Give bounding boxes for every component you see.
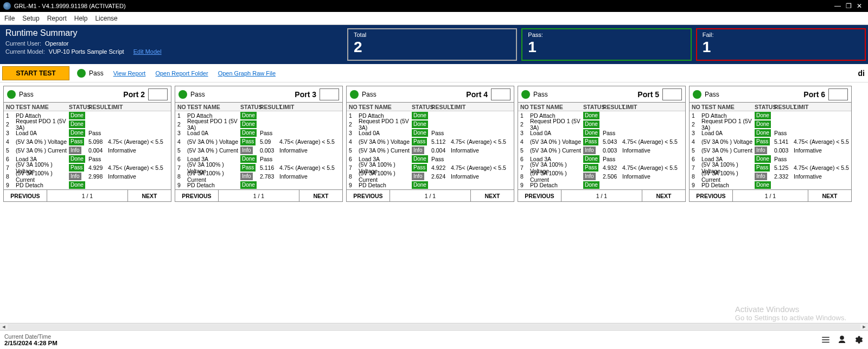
table-row[interactable]: 4(5V 3A 0% ) VoltagePass5.094.75< (Avera… [175, 137, 342, 146]
table-row[interactable]: 2Request PDO 1 (5V 3A)Done [690, 120, 851, 129]
fail-label: Fail: [703, 31, 859, 38]
table-row[interactable]: 5(5V 3A 0% ) CurrentInfo0.003Informative [175, 146, 342, 155]
table-row[interactable]: 8(5V 3A 100% ) CurrentInfo2.332Informati… [690, 172, 851, 181]
scroll-track[interactable] [8, 324, 860, 329]
table-row[interactable]: 3Load 0ADonePass [518, 129, 685, 137]
scroll-left-icon[interactable]: ◄ [0, 324, 8, 329]
port-input-box[interactable] [828, 88, 848, 100]
current-model-label: Current Model: [5, 48, 45, 55]
port-title: Port 3 [295, 90, 316, 99]
port-footer: PREVIOUS1 / 1NEXT [518, 189, 685, 201]
row-no: 3 [5, 130, 15, 136]
open-graph-raw-link[interactable]: Open Graph Raw File [218, 70, 276, 77]
table-row[interactable]: 9PD DetachDone [4, 181, 171, 189]
menu-license[interactable]: License [95, 15, 117, 22]
row-limit: Informative [450, 173, 513, 180]
port-header: PassPort 2 [4, 86, 171, 103]
table-row[interactable]: 9PD DetachDone [347, 181, 514, 189]
maximize-button[interactable]: ❐ [843, 2, 854, 10]
row-limit: Informative [107, 147, 170, 154]
row-test-name: (5V 3A 0% ) Voltage [186, 138, 240, 145]
total-value: 2 [354, 39, 510, 56]
port-card: PassPort 2NOTEST NAMESTATUSRESULTLIMIT1P… [3, 86, 171, 202]
next-button[interactable]: NEXT [808, 190, 851, 201]
menu-report[interactable]: Report [47, 15, 67, 22]
row-test-name: (5V 3A 0% ) Voltage [15, 138, 69, 145]
table-row[interactable]: 4(5V 3A 0% ) VoltagePass5.0984.75< (Aver… [4, 137, 171, 146]
ports-area: PassPort 2NOTEST NAMESTATUSRESULTLIMIT1P… [0, 83, 868, 323]
next-button[interactable]: NEXT [642, 190, 685, 201]
summary-left: Runtime Summary Current User: Operator C… [0, 25, 345, 64]
port-title: Port 4 [466, 90, 488, 99]
list-icon[interactable] [820, 334, 831, 345]
row-status: Done [583, 155, 602, 163]
table-row[interactable]: 8(5V 3A 100% ) CurrentInfo2.998Informati… [4, 172, 171, 181]
port-footer: PREVIOUS1 / 1NEXT [175, 189, 342, 201]
table-row[interactable]: 5(5V 3A 0% ) CurrentInfo0.004Informative [4, 146, 171, 155]
table-row[interactable]: 8(5V 3A 100% ) CurrentInfo2.624Informati… [347, 172, 514, 181]
row-status: Info [412, 173, 430, 180]
port-title: Port 5 [637, 90, 659, 99]
menu-setup[interactable]: Setup [22, 15, 39, 22]
open-report-folder-link[interactable]: Open Report Folder [155, 70, 208, 77]
minimize-button[interactable]: — [832, 2, 843, 10]
table-row[interactable]: 2Request PDO 1 (5V 3A)Done [175, 120, 342, 129]
port-status-dot-icon [693, 90, 701, 99]
port-input-box[interactable] [662, 88, 682, 100]
horizontal-scrollbar[interactable]: ◄ ► [0, 323, 868, 331]
view-report-link[interactable]: View Report [113, 70, 146, 77]
row-result: 5.116 [259, 164, 278, 171]
row-status: Info [412, 147, 430, 154]
overall-status-text: Pass [89, 69, 104, 77]
next-button[interactable]: NEXT [299, 190, 342, 201]
table-row[interactable]: 8(5V 3A 100% ) CurrentInfo2.506Informati… [518, 172, 685, 181]
table-row[interactable]: 4(5V 3A 0% ) VoltagePass5.1124.75< (Aver… [347, 137, 514, 146]
port-input-box[interactable] [320, 88, 339, 100]
table-row[interactable]: 3Load 0ADonePass [175, 129, 342, 137]
table-row[interactable]: 2Request PDO 1 (5V 3A)Done [347, 120, 514, 129]
table-row[interactable]: 3Load 0ADonePass [4, 129, 171, 137]
table-row[interactable]: 4(5V 3A 0% ) VoltagePass5.1414.75< (Aver… [690, 137, 851, 146]
port-input-box[interactable] [148, 88, 168, 100]
table-row[interactable]: 9PD DetachDone [518, 181, 685, 189]
row-result: 4.922 [430, 164, 450, 171]
row-status: Pass [583, 138, 602, 145]
table-row[interactable]: 9PD DetachDone [690, 181, 851, 189]
table-row[interactable]: 5(5V 3A 0% ) CurrentInfo0.003Informative [518, 146, 685, 155]
row-no: 9 [519, 182, 529, 188]
row-status: Pass [412, 164, 430, 172]
row-limit: Informative [278, 147, 341, 154]
prev-button[interactable]: PREVIOUS [518, 190, 561, 201]
prev-button[interactable]: PREVIOUS [347, 190, 390, 201]
table-row[interactable]: 9PD DetachDone [175, 181, 342, 189]
row-status: Pass [755, 138, 773, 145]
row-no: 1 [519, 112, 529, 119]
pass-value: 1 [528, 39, 685, 56]
scroll-right-icon[interactable]: ► [860, 324, 868, 329]
row-result: 0.004 [87, 147, 107, 154]
row-limit: Informative [107, 173, 170, 180]
user-icon[interactable] [837, 334, 847, 345]
menu-file[interactable]: File [4, 15, 15, 22]
prev-button[interactable]: PREVIOUS [175, 190, 219, 201]
next-button[interactable]: NEXT [127, 190, 171, 201]
table-row[interactable]: 8(5V 3A 100% ) CurrentInfo2.783Informati… [175, 172, 342, 181]
gear-icon[interactable] [853, 334, 864, 345]
table-row[interactable]: 3Load 0ADonePass [347, 129, 514, 137]
start-test-button[interactable]: START TEST [2, 66, 69, 80]
table-row[interactable]: 4(5V 3A 0% ) VoltagePass5.0434.75< (Aver… [518, 137, 685, 146]
table-row[interactable]: 3Load 0ADonePass [690, 129, 851, 137]
port-input-box[interactable] [491, 88, 510, 100]
port-pf-text: Pass [533, 91, 548, 98]
prev-button[interactable]: PREVIOUS [4, 190, 47, 201]
prev-button[interactable]: PREVIOUS [690, 190, 733, 201]
menu-help[interactable]: Help [74, 15, 88, 22]
edit-model-link[interactable]: Edit Model [133, 48, 162, 55]
table-row[interactable]: 2Request PDO 1 (5V 3A)Done [518, 120, 685, 129]
next-button[interactable]: NEXT [470, 190, 514, 201]
table-row[interactable]: 5(5V 3A 0% ) CurrentInfo0.003Informative [690, 146, 851, 155]
close-button[interactable]: ✕ [854, 2, 865, 10]
table-row[interactable]: 5(5V 3A 0% ) CurrentInfo0.004Informative [347, 146, 514, 155]
row-test-name: PD Detach [186, 182, 240, 188]
table-row[interactable]: 2Request PDO 1 (5V 3A)Done [4, 120, 171, 129]
